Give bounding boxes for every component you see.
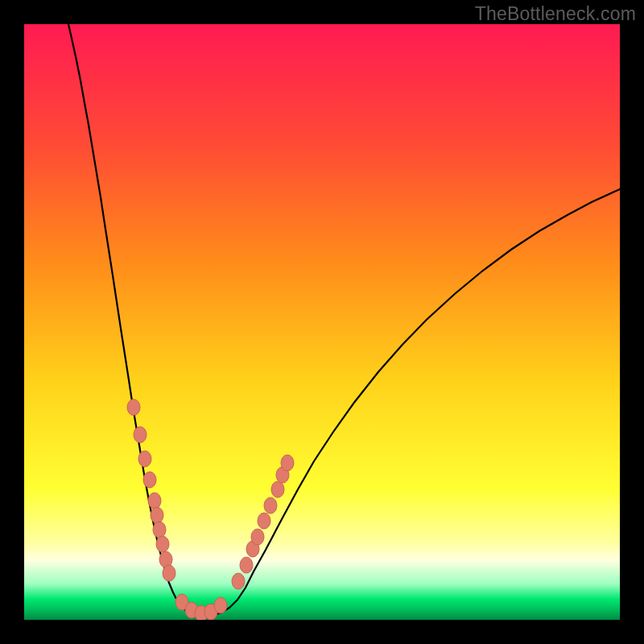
- marker-left-6: [153, 522, 166, 538]
- marker-left-9: [163, 565, 175, 581]
- marker-right-3: [251, 529, 264, 545]
- marker-right-1: [240, 557, 253, 573]
- marker-right-0: [232, 573, 245, 589]
- marker-left-0: [127, 399, 140, 415]
- chart-frame: TheBottleneck.com: [0, 0, 644, 644]
- marker-right-4: [258, 513, 270, 529]
- marker-bottom-4: [214, 597, 227, 613]
- watermark-text: TheBottleneck.com: [475, 3, 636, 25]
- marker-right-8: [281, 455, 294, 471]
- marker-left-2: [138, 451, 151, 467]
- marker-left-5: [151, 507, 163, 523]
- marker-left-4: [148, 493, 161, 509]
- plot-area: [24, 24, 620, 620]
- marker-right-5: [264, 497, 277, 514]
- chart-svg: [24, 24, 620, 620]
- marker-right-6: [271, 481, 284, 497]
- gradient-background: [24, 24, 620, 620]
- marker-left-7: [156, 536, 169, 552]
- marker-left-1: [134, 427, 147, 443]
- marker-left-3: [143, 472, 156, 488]
